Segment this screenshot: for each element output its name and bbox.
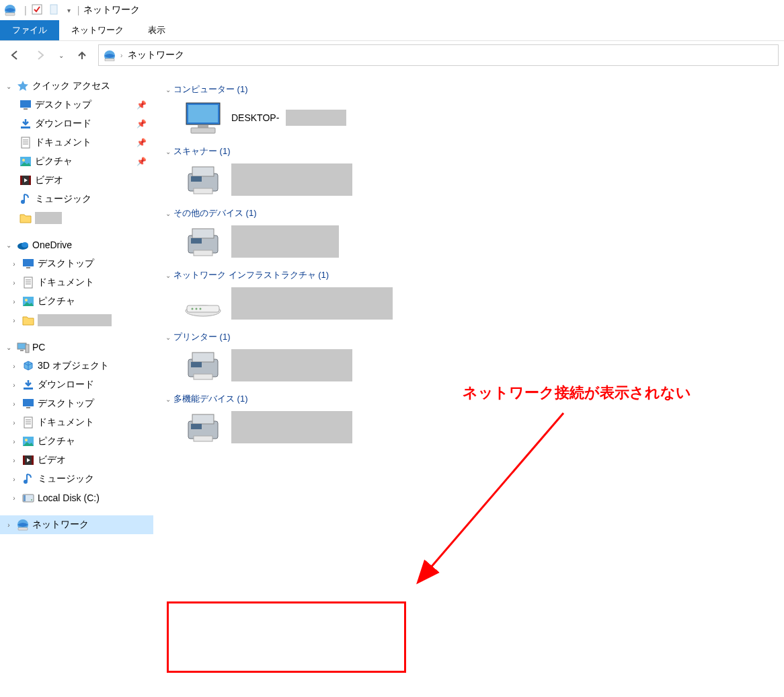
recent-dropdown-icon[interactable]: ⌄ — [56, 46, 66, 65]
sidebar-item-desktop[interactable]: デスクトップ 📌 — [0, 96, 153, 114]
chevron-right-icon[interactable]: › — [9, 317, 19, 324]
chevron-down-icon: ⌄ — [165, 86, 171, 94]
group-header-label: 多機能デバイス (1) — [173, 393, 248, 405]
chevron-right-icon[interactable]: › — [9, 494, 19, 502]
chevron-right-icon[interactable]: › — [9, 400, 19, 408]
group-header-computer[interactable]: ⌄ コンピューター (1) — [165, 83, 777, 96]
up-button[interactable] — [73, 46, 91, 65]
network-icon — [16, 518, 30, 531]
chevron-right-icon[interactable]: › — [120, 52, 122, 59]
chevron-right-icon[interactable]: › — [9, 363, 19, 370]
address-segment[interactable]: ネットワーク — [128, 49, 184, 61]
sidebar-item-label: ビデオ — [35, 174, 63, 186]
device-item-scanner[interactable] — [182, 161, 777, 198]
chevron-right-icon[interactable]: › — [9, 457, 19, 464]
chevron-right-icon[interactable]: › — [9, 279, 19, 287]
tab-network[interactable]: ネットワーク — [59, 20, 136, 40]
device-item-infra[interactable] — [182, 285, 777, 322]
device-item-computer[interactable]: DESKTOP- — [182, 100, 777, 136]
group-header-printer[interactable]: ⌄ プリンター (1) — [165, 331, 777, 343]
sidebar-item-pictures[interactable]: › ピクチャ — [0, 292, 153, 311]
address-bar[interactable]: › ネットワーク — [98, 44, 779, 66]
sidebar-item-pictures[interactable]: ピクチャ 📌 — [0, 152, 153, 171]
desktop-icon — [19, 98, 32, 112]
chevron-right-icon[interactable]: › — [9, 438, 19, 445]
group-header-other[interactable]: ⌄ その他のデバイス (1) — [165, 207, 777, 219]
sidebar-item-localdisk[interactable]: › Local Disk (C:) — [0, 488, 153, 507]
chevron-right-icon[interactable]: › — [9, 419, 19, 427]
device-item-printer[interactable] — [182, 347, 777, 383]
sidebar-item-desktop[interactable]: › デスクトップ — [0, 254, 153, 273]
printer-icon — [182, 223, 225, 260]
sidebar-item-videos[interactable]: › ビデオ — [0, 451, 153, 470]
sidebar-item-desktop[interactable]: › デスクトップ — [0, 394, 153, 413]
tab-view[interactable]: 表示 — [136, 20, 178, 40]
annotation-arrow — [409, 406, 570, 595]
group-header-scanner[interactable]: ⌄ スキャナー (1) — [165, 145, 777, 157]
sidebar-onedrive[interactable]: ⌄ OneDrive — [0, 235, 153, 254]
sidebar-item-downloads[interactable]: › ダウンロード — [0, 375, 153, 394]
chevron-down-icon[interactable]: ⌄ — [4, 344, 13, 351]
desktop-icon — [22, 397, 35, 410]
sidebar-item-documents[interactable]: › ドキュメント — [0, 273, 153, 292]
sidebar-network[interactable]: › ネットワーク — [0, 515, 153, 534]
window-title: ネットワーク — [83, 4, 140, 16]
sidebar-item-pictures[interactable]: › ピクチャ — [0, 432, 153, 451]
sidebar-pc[interactable]: ⌄ PC — [0, 338, 153, 357]
chevron-right-icon[interactable]: › — [9, 476, 19, 483]
group-header-label: スキャナー (1) — [173, 145, 231, 157]
sidebar-item-3dobjects[interactable]: › 3D オブジェクト — [0, 357, 153, 375]
sidebar-item-label: デスクトップ — [38, 398, 94, 410]
network-icon — [3, 3, 17, 17]
annotation-highlight-box — [167, 601, 406, 673]
redacted-label — [286, 110, 346, 126]
chevron-right-icon[interactable]: › — [9, 298, 19, 305]
separator: | — [24, 5, 27, 15]
svg-line-38 — [419, 413, 563, 581]
chevron-right-icon[interactable]: › — [9, 260, 19, 268]
sidebar-item-label: ピクチャ — [35, 155, 73, 168]
device-item-other[interactable] — [182, 223, 777, 260]
forward-button[interactable] — [31, 46, 50, 65]
content-area: ⌄ コンピューター (1) DESKTOP- ⌄ スキャナー (1) ⌄ その他… — [153, 70, 784, 697]
star-icon — [16, 79, 30, 93]
tab-file[interactable]: ファイル — [0, 20, 59, 40]
music-icon — [19, 192, 32, 206]
chevron-down-icon: ⌄ — [165, 148, 171, 155]
printer-icon — [182, 409, 225, 445]
pin-icon: 📌 — [136, 157, 147, 166]
chevron-down-icon[interactable]: ⌄ — [4, 83, 13, 90]
chevron-down-icon[interactable]: ⌄ — [4, 242, 13, 249]
separator: | — [77, 5, 80, 15]
sidebar-item-folder[interactable] — [0, 209, 153, 227]
sidebar-item-documents[interactable]: ドキュメント 📌 — [0, 133, 153, 152]
folder-icon — [19, 211, 32, 225]
sidebar-item-videos[interactable]: ビデオ — [0, 171, 153, 190]
sidebar-item-label: ネットワーク — [32, 519, 89, 531]
sidebar-item-downloads[interactable]: ダウンロード 📌 — [0, 114, 153, 133]
sidebar-item-label: ピクチャ — [38, 435, 75, 447]
sidebar-item-music[interactable]: ミュージック — [0, 190, 153, 209]
sidebar-item-documents[interactable]: › ドキュメント — [0, 413, 153, 432]
group-header-label: コンピューター (1) — [173, 83, 248, 96]
sidebar-item-label: デスクトップ — [35, 99, 91, 111]
sidebar-item-label: ダウンロード — [35, 118, 91, 130]
sidebar-item-music[interactable]: › ミュージック — [0, 470, 153, 488]
qat-properties-icon[interactable] — [31, 3, 44, 17]
document-icon — [22, 276, 35, 289]
sidebar-quick-access[interactable]: ⌄ クイック アクセス — [0, 77, 153, 96]
video-icon — [22, 453, 35, 467]
sidebar-item-folder[interactable]: › — [0, 311, 153, 330]
device-label: DESKTOP- — [231, 112, 279, 123]
sidebar-item-label: ダウンロード — [38, 379, 94, 391]
title-bar: | ▾ | ネットワーク — [0, 0, 784, 20]
qat-new-icon[interactable] — [48, 3, 61, 17]
group-header-infra[interactable]: ⌄ ネットワーク インフラストラクチャ (1) — [165, 269, 777, 281]
qat-dropdown-icon[interactable]: ▾ — [67, 7, 71, 14]
chevron-right-icon[interactable]: › — [4, 521, 13, 529]
chevron-right-icon[interactable]: › — [9, 381, 19, 389]
sidebar-item-label: OneDrive — [32, 240, 72, 250]
pin-icon: 📌 — [136, 100, 147, 110]
back-button[interactable] — [5, 46, 24, 65]
sidebar-item-label: PC — [32, 342, 45, 353]
